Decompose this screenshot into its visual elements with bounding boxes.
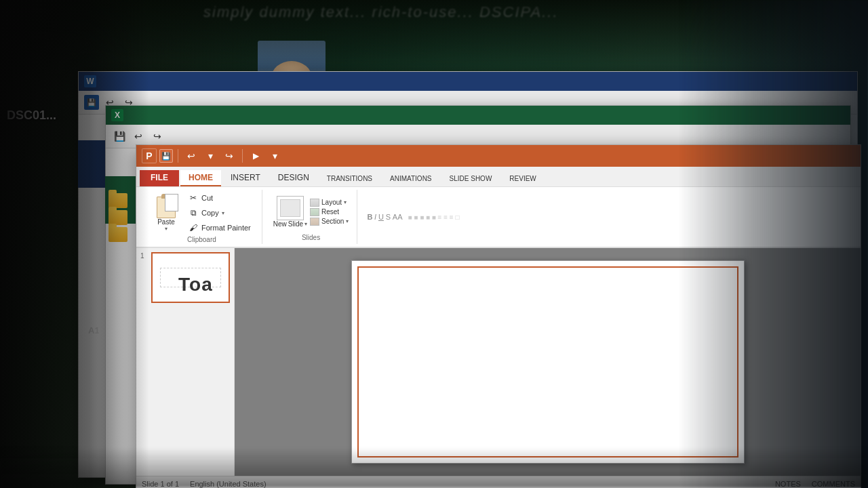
excel-undo-button[interactable]: ↩ <box>130 128 146 144</box>
format-painter-icon: 🖌 <box>188 222 199 233</box>
tab-design[interactable]: DESIGN <box>270 170 317 186</box>
ppt-ribbon-tabs: FILE HOME INSERT DESIGN TRANSITIONS ANIM… <box>136 167 861 187</box>
new-slide-area: New Slide ▾ Layout ▾ Reset <box>273 196 349 228</box>
ppt-presentation-icon[interactable]: ▶ <box>248 148 264 164</box>
ppt-body: 1 <box>136 248 861 476</box>
excel-redo-button[interactable]: ↪ <box>149 128 165 144</box>
cut-button[interactable]: ✂ Cut <box>185 191 254 205</box>
font-and-other-groups: B I U S AA ■ ■ ■ ■ ■ ≡ ≡ ≡ □ <box>360 190 855 244</box>
notes-button[interactable]: NOTES <box>775 480 801 488</box>
paste-icon <box>154 194 178 218</box>
ppt-save-button[interactable]: 💾 <box>159 149 173 163</box>
slide-selection-border <box>357 266 738 458</box>
excel-col-a-label: A1 <box>88 325 100 336</box>
tab-home[interactable]: HOME <box>180 170 221 186</box>
clipboard-group-content: Paste ▾ ✂ Cut ⧉ Copy ▾ 🖌 <box>150 191 254 235</box>
slide-number-label: 1 <box>140 252 149 303</box>
ppt-undo-button[interactable]: ↩ <box>183 148 199 164</box>
ppt-statusbar: Slide 1 of 1 English (United States) NOT… <box>136 476 861 488</box>
font-controls-placeholder: B I U S AA <box>367 213 402 221</box>
ppt-ribbon-content: Paste ▾ ✂ Cut ⧉ Copy ▾ 🖌 <box>136 187 861 248</box>
font-italic-indicator: I <box>374 213 376 221</box>
word-save-button[interactable]: 💾 <box>84 95 99 110</box>
ppt-redo-button[interactable]: ↪ <box>221 148 237 164</box>
qat-divider-2 <box>242 149 243 163</box>
new-slide-label-row: New Slide ▾ <box>273 220 307 228</box>
tab-review[interactable]: REVIEW <box>501 172 544 186</box>
slide-count-status: Slide 1 of 1 <box>142 480 179 488</box>
font-underline-indicator: U <box>378 213 384 221</box>
main-slide-canvas[interactable] <box>351 260 745 464</box>
word-titlebar: W <box>79 72 857 91</box>
tab-slideshow[interactable]: SLIDE SHOW <box>441 172 500 186</box>
slide-layout-icons: Layout ▾ Reset Section ▾ <box>310 199 349 226</box>
section-option[interactable]: Section ▾ <box>310 218 349 226</box>
slides-group-content: New Slide ▾ Layout ▾ Reset <box>273 191 349 232</box>
language-status: English (United States) <box>190 480 267 488</box>
ppt-quick-access-toolbar: P 💾 ↩ ▾ ↪ ▶ ▾ <box>136 145 861 167</box>
layout-icon-1 <box>310 199 319 207</box>
powerpoint-window: P 💾 ↩ ▾ ↪ ▶ ▾ FILE HOME INSERT DESIGN TR… <box>136 144 861 488</box>
scissors-icon: ✂ <box>188 192 199 203</box>
slide-main-area[interactable] <box>235 248 861 476</box>
slide-label: Slide <box>288 220 303 228</box>
tab-transitions[interactable]: TRANSITIONS <box>319 172 380 186</box>
tab-animations[interactable]: ANIMATIONS <box>382 172 439 186</box>
excel-titlebar: X <box>106 106 850 125</box>
paste-doc-shape <box>165 194 178 211</box>
font-bold-indicator: B <box>367 213 372 221</box>
paste-button[interactable]: Paste ▾ <box>150 191 182 235</box>
folder-icon-3 <box>108 227 127 242</box>
folder-icon-1 <box>108 193 127 208</box>
right-ribbon-items: ■ ■ ■ ■ ■ ≡ ≡ ≡ □ <box>408 214 460 221</box>
ppt-customize-qat[interactable]: ▾ <box>267 148 283 164</box>
small-clipboard-buttons: ✂ Cut ⧉ Copy ▾ 🖌 Format Painter <box>185 191 254 235</box>
excel-folder-icons <box>108 193 127 242</box>
section-icon <box>310 218 319 226</box>
font-shadow-indicator: S <box>386 213 391 221</box>
reset-option[interactable]: Reset <box>310 208 349 216</box>
slides-group: New Slide ▾ Layout ▾ Reset <box>265 190 358 244</box>
copy-button[interactable]: ⧉ Copy ▾ <box>185 206 254 220</box>
qat-divider-1 <box>178 149 178 163</box>
tab-insert[interactable]: INSERT <box>222 170 269 186</box>
copy-icon: ⧉ <box>188 207 199 218</box>
word-icon: W <box>84 75 96 87</box>
new-slide-dropdown-arrow: ▾ <box>304 221 307 227</box>
clipboard-group: Paste ▾ ✂ Cut ⧉ Copy ▾ 🖌 <box>142 190 262 244</box>
font-extra-indicator: AA <box>393 213 403 221</box>
dsc-label: DSC01... <box>7 108 56 123</box>
background-watermark-text: simply dummy text... rich-to-use... DSCI… <box>203 3 868 21</box>
excel-save-button[interactable]: 💾 <box>111 128 127 144</box>
clipboard-group-label: Clipboard <box>187 235 216 245</box>
format-painter-button[interactable]: 🖌 Format Painter <box>185 221 254 235</box>
layout-option[interactable]: Layout ▾ <box>310 199 349 207</box>
tab-file[interactable]: FILE <box>140 170 179 186</box>
comments-button[interactable]: COMMENTS <box>812 480 855 488</box>
folder-icon-2 <box>108 210 127 225</box>
new-label: New <box>273 220 287 228</box>
excel-icon: X <box>111 109 123 121</box>
reset-icon <box>310 208 319 216</box>
copy-dropdown-arrow: ▾ <box>222 210 224 216</box>
slide-preview-icon <box>280 199 300 217</box>
ppt-undo-dropdown[interactable]: ▾ <box>202 148 218 164</box>
layout-dropdown-arrow: ▾ <box>344 199 347 205</box>
slides-group-label: Slides <box>302 232 320 243</box>
paste-dropdown-arrow: ▾ <box>165 226 167 232</box>
paste-label: Paste <box>157 218 175 226</box>
toa-text-detected: Toa <box>178 274 213 296</box>
new-slide-button-area[interactable]: New Slide ▾ <box>273 196 307 228</box>
slide-thumbnail-icon <box>277 196 304 220</box>
powerpoint-icon: P <box>142 148 157 163</box>
section-dropdown-arrow: ▾ <box>346 218 349 224</box>
